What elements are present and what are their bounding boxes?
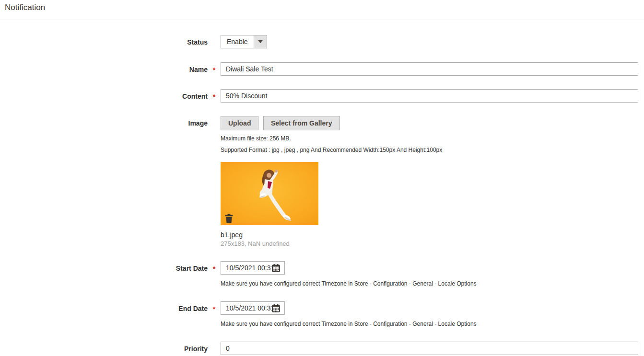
required-asterisk: * xyxy=(213,305,215,313)
name-label: Name xyxy=(0,62,208,73)
name-input[interactable] xyxy=(221,62,638,76)
start-date-calendar-button[interactable] xyxy=(272,264,280,272)
status-select[interactable]: Enable xyxy=(221,35,267,48)
content-input[interactable] xyxy=(221,89,638,103)
field-row-status: Status Enable xyxy=(0,35,644,48)
end-date-input[interactable] xyxy=(226,302,272,314)
image-label: Image xyxy=(0,116,208,127)
field-row-content: Content * xyxy=(0,89,644,103)
start-date-input[interactable] xyxy=(226,262,272,274)
required-asterisk: * xyxy=(213,66,215,74)
title-divider xyxy=(0,20,644,20)
end-date-label: End Date xyxy=(0,301,208,312)
end-date-calendar-button[interactable] xyxy=(272,304,280,312)
chevron-down-icon[interactable] xyxy=(254,35,267,48)
end-date-field[interactable] xyxy=(221,301,285,315)
delete-image-button[interactable] xyxy=(225,214,233,223)
notification-form: Status Enable Name * Content * xyxy=(0,35,644,355)
calendar-icon xyxy=(272,264,280,272)
content-label: Content xyxy=(0,89,208,100)
status-label: Status xyxy=(0,35,208,46)
select-from-gallery-button[interactable]: Select from Gallery xyxy=(263,116,340,130)
end-date-timezone-note: Make sure you have configured correct Ti… xyxy=(221,321,638,327)
field-row-start-date: Start Date * xyxy=(0,261,644,287)
page-title: Notification xyxy=(5,3,644,12)
supported-format-note: Supported Format : jpg , jpeg , png And … xyxy=(221,147,638,153)
image-dimensions: 275x183, NaN undefined xyxy=(221,240,638,247)
priority-input[interactable] xyxy=(221,342,638,355)
start-date-timezone-note: Make sure you have configured correct Ti… xyxy=(221,280,638,287)
start-date-label: Start Date xyxy=(0,261,208,272)
trash-icon xyxy=(225,214,233,223)
priority-label: Priority xyxy=(0,342,208,353)
required-asterisk: * xyxy=(213,93,215,101)
notification-page: Notification Status Enable Name * Conten… xyxy=(0,3,644,355)
start-date-field[interactable] xyxy=(221,261,285,275)
preview-photo xyxy=(221,162,318,225)
upload-button[interactable]: Upload xyxy=(221,116,258,130)
max-file-size-note: Maximum file size: 256 MB. xyxy=(221,135,638,142)
required-asterisk: * xyxy=(213,265,215,273)
field-row-name: Name * xyxy=(0,62,644,76)
field-row-image: Image Upload Select from Gallery Maximum… xyxy=(0,116,644,247)
field-row-end-date: End Date * xyxy=(0,301,644,327)
status-select-value: Enable xyxy=(221,35,254,48)
field-row-priority: Priority xyxy=(0,342,644,355)
calendar-icon xyxy=(272,304,280,312)
image-preview[interactable] xyxy=(221,162,318,225)
image-filename: b1.jpeg xyxy=(221,231,638,239)
